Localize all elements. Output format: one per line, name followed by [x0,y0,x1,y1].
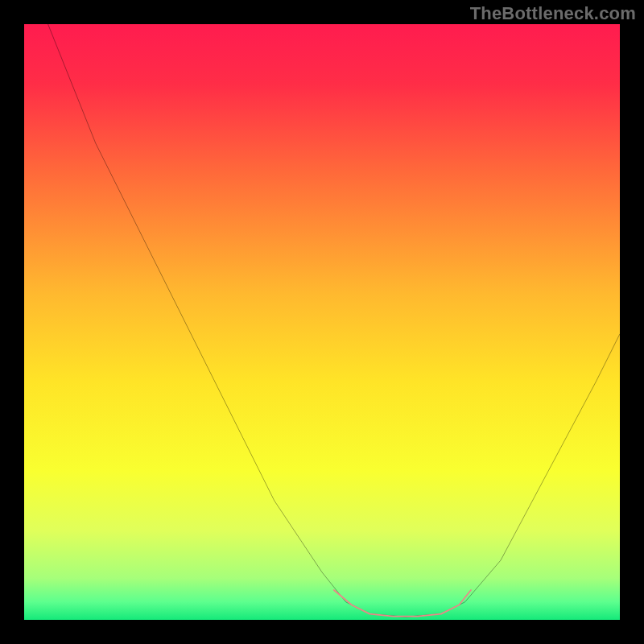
bottleneck-curve [48,24,620,617]
chart-svg [24,24,620,620]
watermark-text: TheBottleneck.com [470,3,636,24]
plot-area [24,24,620,620]
highlight-segment [334,590,471,617]
chart-frame: TheBottleneck.com [0,0,644,644]
